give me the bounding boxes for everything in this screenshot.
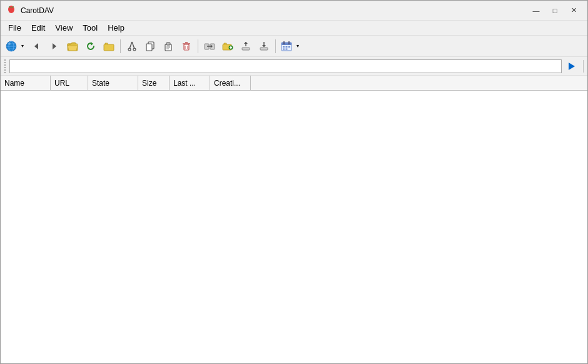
delete-button[interactable] bbox=[178, 38, 195, 54]
download-button[interactable] bbox=[255, 38, 273, 54]
svg-rect-39 bbox=[260, 48, 268, 50]
minimize-button[interactable]: — bbox=[527, 4, 545, 17]
svg-rect-23 bbox=[184, 44, 189, 50]
app-icon bbox=[6, 5, 17, 16]
col-header-url[interactable]: URL bbox=[51, 76, 88, 91]
column-headers: Name URL State Size Last ... Creati... bbox=[1, 76, 587, 91]
copy-button[interactable] bbox=[141, 38, 159, 54]
calendar-icon bbox=[279, 38, 294, 54]
svg-marker-7 bbox=[34, 43, 38, 49]
globe-dropdown-button[interactable]: ▾ bbox=[3, 38, 27, 54]
svg-point-14 bbox=[128, 48, 131, 51]
svg-point-6 bbox=[8, 43, 11, 45]
title-bar: CarotDAV — □ ✕ bbox=[1, 1, 587, 21]
svg-point-15 bbox=[133, 48, 136, 51]
home-button[interactable] bbox=[100, 38, 118, 54]
toolbar: ▾ bbox=[1, 36, 587, 57]
close-button[interactable]: ✕ bbox=[565, 4, 582, 17]
address-grip bbox=[3, 58, 7, 74]
menu-view[interactable]: View bbox=[50, 21, 78, 35]
new-folder-button[interactable] bbox=[219, 38, 236, 54]
svg-marker-8 bbox=[53, 43, 56, 49]
upload-button[interactable] bbox=[237, 38, 255, 54]
menu-tool[interactable]: Tool bbox=[78, 21, 103, 35]
separator-1 bbox=[120, 39, 121, 53]
refresh-button[interactable] bbox=[82, 38, 99, 54]
calendar-dropdown-arrow: ▾ bbox=[294, 38, 302, 54]
address-input[interactable] bbox=[9, 59, 562, 73]
main-content bbox=[1, 91, 587, 363]
svg-rect-50 bbox=[286, 48, 288, 49]
menu-file[interactable]: File bbox=[3, 21, 26, 35]
col-header-last-modified[interactable]: Last ... bbox=[170, 76, 210, 91]
svg-marker-51 bbox=[569, 63, 575, 70]
col-header-created[interactable]: Creati... bbox=[210, 76, 251, 91]
open-button[interactable] bbox=[64, 38, 81, 54]
svg-marker-38 bbox=[244, 42, 248, 44]
col-header-name[interactable]: Name bbox=[1, 76, 51, 91]
title-bar-controls: — □ ✕ bbox=[527, 4, 582, 17]
svg-rect-48 bbox=[288, 46, 290, 48]
globe-icon bbox=[4, 38, 19, 54]
svg-marker-41 bbox=[262, 45, 266, 47]
svg-rect-11 bbox=[104, 44, 114, 51]
svg-rect-46 bbox=[283, 46, 285, 48]
svg-rect-43 bbox=[281, 43, 291, 45]
col-header-state[interactable]: State bbox=[88, 76, 138, 91]
svg-rect-19 bbox=[166, 43, 170, 45]
address-bar bbox=[1, 57, 587, 76]
svg-rect-17 bbox=[146, 44, 152, 51]
maximize-button[interactable]: □ bbox=[546, 4, 564, 17]
separator-2 bbox=[198, 39, 198, 53]
calendar-dropdown-button[interactable]: ▾ bbox=[278, 38, 302, 54]
menu-edit[interactable]: Edit bbox=[26, 21, 50, 35]
forward-button[interactable] bbox=[46, 38, 63, 54]
col-header-size[interactable]: Size bbox=[138, 76, 170, 91]
svg-line-12 bbox=[129, 42, 132, 49]
separator-3 bbox=[275, 39, 276, 53]
svg-line-13 bbox=[132, 42, 134, 49]
main-window: CarotDAV — □ ✕ File Edit View Tool Help bbox=[0, 0, 588, 364]
svg-marker-10 bbox=[91, 42, 93, 46]
svg-rect-47 bbox=[286, 46, 288, 48]
title-bar-text: CarotDAV bbox=[21, 6, 527, 15]
back-button[interactable] bbox=[28, 38, 45, 54]
svg-rect-49 bbox=[283, 48, 285, 49]
svg-rect-36 bbox=[242, 48, 250, 50]
menu-bar: File Edit View Tool Help bbox=[1, 21, 587, 36]
move-button[interactable] bbox=[201, 38, 218, 54]
paste-button[interactable] bbox=[160, 38, 177, 54]
menu-help[interactable]: Help bbox=[103, 21, 129, 35]
cut-button[interactable] bbox=[123, 38, 141, 54]
globe-dropdown-arrow: ▾ bbox=[19, 38, 26, 54]
address-separator bbox=[583, 60, 584, 73]
address-go-button[interactable] bbox=[564, 59, 579, 73]
